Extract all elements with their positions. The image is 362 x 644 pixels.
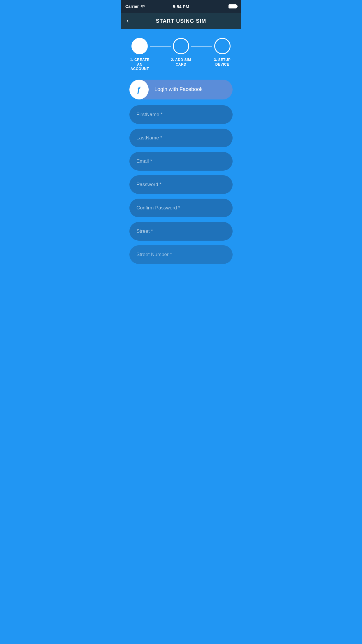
step-2-label: 2. ADD SIM CARD xyxy=(171,58,191,67)
step-3-circle xyxy=(214,38,231,54)
status-time: 5:54 PM xyxy=(173,4,189,9)
step-3-label: 3. SETUP DEVICE xyxy=(212,58,233,67)
carrier-label: Carrier xyxy=(125,4,139,9)
facebook-f-icon: f xyxy=(137,85,140,94)
status-left: Carrier xyxy=(125,4,145,9)
nav-bar: ‹ START USING SIM xyxy=(121,13,241,29)
step-1: 1. CREATE ANACCOUNT xyxy=(129,38,150,71)
step-3: 3. SETUP DEVICE xyxy=(212,38,233,67)
page-title: START USING SIM xyxy=(156,18,206,24)
step-connector-1 xyxy=(150,46,171,47)
step-1-circle xyxy=(131,38,148,54)
facebook-button-label: Login with Facebook xyxy=(154,86,203,92)
step-1-label: 1. CREATE ANACCOUNT xyxy=(129,58,150,71)
password-input[interactable] xyxy=(129,175,233,194)
status-bar: Carrier 5:54 PM xyxy=(121,0,241,13)
lastname-input[interactable] xyxy=(129,129,233,147)
wifi-icon xyxy=(140,5,145,8)
firstname-input[interactable] xyxy=(129,105,233,124)
email-input[interactable] xyxy=(129,152,233,171)
status-right xyxy=(229,4,237,8)
confirm-password-input[interactable] xyxy=(129,199,233,217)
main-content: 1. CREATE ANACCOUNT 2. ADD SIM CARD 3. S… xyxy=(121,29,241,270)
step-connector-2 xyxy=(191,46,212,47)
form-section: f Login with Facebook xyxy=(126,80,236,264)
step-indicator: 1. CREATE ANACCOUNT 2. ADD SIM CARD 3. S… xyxy=(126,38,236,71)
svg-point-0 xyxy=(143,8,143,8)
facebook-login-button[interactable]: f Login with Facebook xyxy=(129,80,233,99)
back-button[interactable]: ‹ xyxy=(125,16,130,26)
street-number-input[interactable] xyxy=(129,245,233,264)
battery-icon xyxy=(229,4,237,8)
step-2-circle xyxy=(173,38,189,54)
facebook-circle: f xyxy=(129,80,149,99)
step-2: 2. ADD SIM CARD xyxy=(171,38,191,67)
street-input[interactable] xyxy=(129,222,233,241)
